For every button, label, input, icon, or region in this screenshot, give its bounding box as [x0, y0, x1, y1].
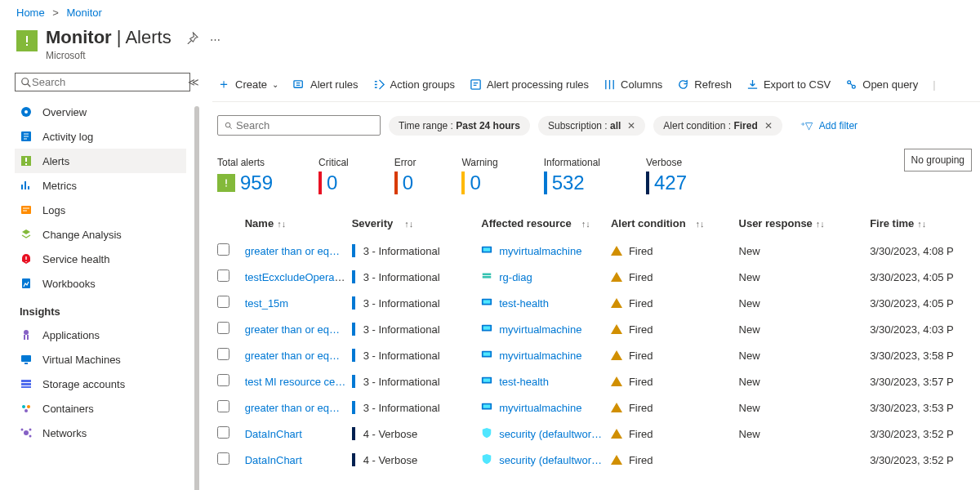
col-severity[interactable]: Severity↑↓: [352, 217, 482, 229]
close-icon[interactable]: ✕: [627, 120, 635, 131]
sidebar-item-overview[interactable]: Overview: [15, 100, 186, 124]
resource-link[interactable]: security (defaultwor…: [499, 428, 602, 440]
stat-error[interactable]: Error 0: [394, 157, 416, 194]
sidebar-item-applications[interactable]: Applications: [15, 323, 186, 347]
resource-link[interactable]: myvirtualmachine: [499, 245, 581, 257]
resource-link[interactable]: rg-diag: [499, 271, 532, 283]
alert-name-link[interactable]: greater than or eq…: [245, 350, 340, 362]
svg-rect-12: [21, 386, 31, 388]
close-icon[interactable]: ✕: [764, 120, 773, 131]
resource-link[interactable]: test-health: [499, 297, 549, 310]
resource-link[interactable]: test-health: [499, 376, 549, 388]
alert-name-link[interactable]: testEcxcludeOperat…: [245, 271, 348, 283]
row-checkbox[interactable]: [217, 348, 229, 360]
col-condition[interactable]: Alert condition↑↓: [611, 217, 739, 229]
action-groups-button[interactable]: Action groups: [373, 78, 456, 91]
table-row[interactable]: greater than or eq…3 - Informationalmyvi…: [212, 238, 980, 264]
refresh-icon: [677, 78, 689, 91]
table-row[interactable]: DataInChart4 - Verbosesecurity (defaultw…: [212, 447, 980, 473]
stat-warning[interactable]: Warning 0: [461, 157, 497, 194]
row-checkbox[interactable]: [217, 322, 229, 334]
col-resource[interactable]: Affected resource↑↓: [481, 217, 611, 229]
sidebar-item-label: Workbooks: [42, 278, 96, 290]
vertical-scrollbar[interactable]: [194, 106, 199, 490]
sidebar-item-storage-accounts[interactable]: Storage accounts: [15, 372, 186, 396]
alert-name-link[interactable]: greater than or eq…: [245, 245, 340, 257]
condition-filter[interactable]: Alert condition : Fired ✕: [653, 116, 782, 136]
svg-point-14: [27, 405, 30, 408]
resource-icon: [481, 244, 492, 258]
row-checkbox[interactable]: [217, 374, 229, 386]
alert-name-link[interactable]: DataInChart: [245, 428, 302, 440]
sidebar-item-metrics[interactable]: Metrics: [15, 173, 186, 198]
col-fire[interactable]: Fire time↑↓: [870, 217, 975, 229]
stat-total[interactable]: Total alerts 959: [217, 157, 273, 194]
alert-name-link[interactable]: test_15m: [245, 297, 288, 310]
sidebar-search[interactable]: [15, 73, 190, 91]
open-query-button[interactable]: Open query: [845, 78, 918, 91]
stat-verbose[interactable]: Verbose 427: [646, 157, 687, 194]
svg-point-22: [848, 81, 851, 84]
row-checkbox[interactable]: [217, 270, 229, 282]
severity-label: 3 - Informational: [363, 376, 440, 388]
sidebar-search-input[interactable]: [32, 76, 185, 88]
sidebar-item-activity-log[interactable]: Activity log: [15, 124, 186, 149]
sidebar-item-label: Applications: [42, 329, 100, 341]
col-name[interactable]: Name↑↓: [245, 217, 352, 229]
refresh-button[interactable]: Refresh: [677, 78, 732, 91]
alert-name-link[interactable]: test MI resource ce…: [245, 376, 346, 388]
svg-rect-11: [21, 383, 31, 385]
sidebar-item-service-health[interactable]: Service health: [15, 247, 186, 271]
table-row[interactable]: greater than or eq…3 - Informationalmyvi…: [212, 316, 980, 342]
sidebar-item-virtual-machines[interactable]: Virtual Machines: [15, 347, 186, 372]
sidebar-item-logs[interactable]: Logs: [15, 198, 186, 222]
row-checkbox[interactable]: [217, 452, 229, 465]
create-button[interactable]: ＋ Create ⌄: [217, 76, 278, 93]
processing-rules-button[interactable]: Alert processing rules: [470, 78, 589, 91]
columns-button[interactable]: Columns: [604, 78, 662, 91]
main-search-input[interactable]: [236, 119, 373, 131]
table-row[interactable]: test_15m3 - Informationaltest-healthFire…: [212, 290, 980, 316]
add-filter-button[interactable]: ⁺▽ Add filter: [791, 116, 867, 136]
col-user[interactable]: User response↑↓: [739, 217, 871, 229]
table-row[interactable]: greater than or eq…3 - Informationalmyvi…: [212, 342, 980, 368]
pin-icon[interactable]: [186, 32, 198, 47]
fired-icon: [611, 324, 622, 334]
resource-link[interactable]: myvirtualmachine: [499, 402, 581, 414]
row-checkbox[interactable]: [217, 400, 229, 412]
table-row[interactable]: testEcxcludeOperat…3 - Informationalrg-d…: [212, 264, 980, 290]
resource-link[interactable]: myvirtualmachine: [499, 323, 581, 336]
breadcrumb-home[interactable]: Home: [16, 7, 45, 19]
row-checkbox[interactable]: [217, 296, 229, 308]
row-checkbox[interactable]: [217, 243, 229, 256]
grouping-dropdown[interactable]: No grouping: [904, 149, 972, 172]
main-search[interactable]: [217, 115, 381, 136]
breadcrumb-monitor[interactable]: Monitor: [67, 7, 102, 19]
stat-critical[interactable]: Critical 0: [318, 157, 349, 194]
table-row[interactable]: DataInChart4 - Verbosesecurity (defaultw…: [212, 421, 980, 447]
table-row[interactable]: greater than or eq…3 - Informationalmyvi…: [212, 394, 980, 421]
resource-link[interactable]: myvirtualmachine: [499, 350, 581, 362]
stat-info[interactable]: Informational 532: [544, 157, 600, 194]
row-checkbox[interactable]: [217, 426, 229, 439]
alert-name-link[interactable]: greater than or eq…: [245, 402, 340, 414]
alert-rules-button[interactable]: Alert rules: [293, 78, 359, 91]
condition-label: Fired: [629, 428, 653, 440]
sidebar-item-networks[interactable]: Networks: [15, 421, 186, 445]
alert-name-link[interactable]: greater than or eq…: [245, 323, 340, 336]
processing-rules-icon: [470, 78, 482, 91]
more-icon[interactable]: ⋯: [210, 33, 222, 46]
table-row[interactable]: test MI resource ce…3 - Informationaltes…: [212, 368, 980, 394]
resource-icon: [481, 375, 492, 389]
export-csv-button[interactable]: Export to CSV: [746, 78, 831, 91]
sidebar-item-workbooks[interactable]: Workbooks: [15, 271, 186, 296]
resource-link[interactable]: security (defaultwor…: [499, 454, 602, 466]
svg-point-15: [24, 409, 28, 412]
sidebar-item-containers[interactable]: Containers: [15, 396, 186, 421]
time-range-filter[interactable]: Time range : Past 24 hours: [389, 116, 530, 136]
sidebar-item-change-analysis[interactable]: Change Analysis: [15, 222, 186, 247]
subscription-filter[interactable]: Subscription : all ✕: [538, 116, 645, 136]
alert-name-link[interactable]: DataInChart: [245, 454, 302, 466]
vms-icon: [20, 353, 33, 366]
sidebar-item-alerts[interactable]: Alerts: [15, 149, 186, 173]
